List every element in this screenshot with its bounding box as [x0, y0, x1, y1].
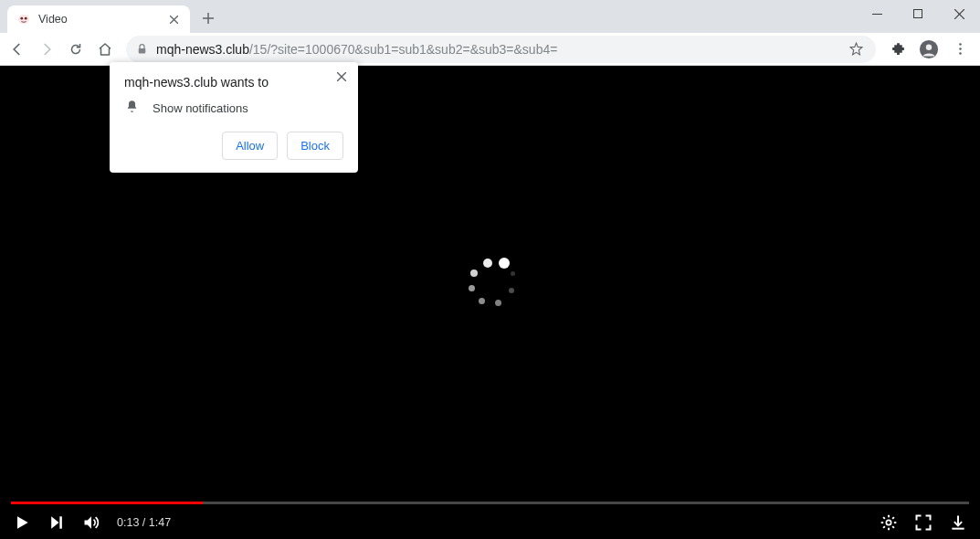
home-button[interactable]	[91, 36, 119, 63]
play-button[interactable]	[13, 513, 31, 532]
tab-title: Video	[38, 13, 159, 26]
notification-permission-dialog: mqh-news3.club wants to Show notificatio…	[110, 62, 358, 173]
svg-point-18	[886, 520, 890, 524]
svg-rect-17	[59, 516, 62, 528]
volume-button[interactable]	[82, 513, 100, 532]
tab-strip: Video	[0, 0, 980, 33]
url-domain: mqh-news3.club	[156, 42, 249, 57]
svg-point-5	[20, 17, 23, 20]
back-button[interactable]	[4, 36, 31, 63]
profile-avatar-button[interactable]	[914, 36, 943, 63]
bell-icon	[124, 99, 140, 117]
next-button[interactable]	[47, 513, 66, 532]
progress-bar[interactable]	[11, 502, 969, 504]
dialog-permission-item: Show notifications	[153, 101, 248, 115]
svg-point-15	[959, 48, 962, 50]
allow-button[interactable]: Allow	[222, 132, 278, 160]
bookmark-star-icon[interactable]	[845, 36, 867, 63]
tab-video[interactable]: Video	[7, 5, 190, 33]
reload-button[interactable]	[62, 36, 90, 63]
duration: 1:47	[149, 516, 171, 529]
loading-spinner-icon	[465, 258, 516, 309]
current-time: 0:13	[117, 516, 139, 529]
tab-favicon-icon	[16, 12, 31, 26]
new-tab-button[interactable]	[195, 5, 221, 31]
svg-point-13	[926, 44, 932, 49]
svg-rect-1	[914, 9, 922, 17]
video-controls: 0:13 / 1:47	[0, 506, 980, 539]
window-maximize-button[interactable]	[898, 0, 939, 27]
tab-close-icon[interactable]	[166, 12, 181, 26]
dialog-title: mqh-news3.club wants to	[124, 75, 343, 90]
progress-fill	[11, 502, 203, 504]
extensions-button[interactable]	[883, 36, 912, 63]
window-minimize-button[interactable]	[857, 0, 898, 27]
dialog-close-button[interactable]	[332, 68, 351, 86]
fullscreen-button[interactable]	[914, 513, 933, 532]
url-rest: /15/?site=1000670&sub1=sub1&sub2=&sub3=&…	[249, 42, 557, 57]
download-button[interactable]	[949, 513, 967, 532]
settings-button[interactable]	[880, 513, 898, 532]
forward-button[interactable]	[33, 36, 60, 63]
block-button[interactable]: Block	[287, 132, 343, 160]
address-bar[interactable]: mqh-news3.club/15/?site=1000670&sub1=sub…	[126, 36, 876, 63]
url-text: mqh-news3.club/15/?site=1000670&sub1=sub…	[156, 42, 838, 57]
lock-icon	[135, 42, 149, 56]
svg-rect-11	[139, 48, 146, 54]
toolbar: mqh-news3.club/15/?site=1000670&sub1=sub…	[0, 33, 980, 66]
svg-point-6	[25, 17, 27, 20]
svg-point-14	[959, 43, 962, 46]
svg-point-16	[959, 52, 962, 55]
time-display: 0:13 / 1:47	[117, 516, 171, 529]
menu-button[interactable]	[945, 36, 975, 63]
window-close-button[interactable]	[939, 0, 980, 27]
